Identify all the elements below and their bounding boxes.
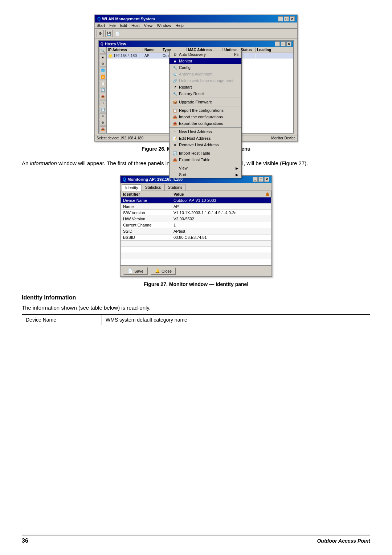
sidebar-icon-9[interactable]: 🔃 xyxy=(99,107,106,113)
popup-upgrade[interactable]: 📦 Upgrade Firmware xyxy=(170,99,241,105)
popup-edit-host[interactable]: 📝 Edit Host Address xyxy=(170,135,241,142)
close-button[interactable]: 🔔 Close xyxy=(151,267,176,275)
tab-stations[interactable]: Stations xyxy=(164,184,185,191)
popup-view-label: View xyxy=(179,166,188,170)
table-row-empty1 xyxy=(121,241,271,247)
table-row-sw: S/W Version V1.10.1X-2003-1.1.0-1.4.9-1.… xyxy=(121,210,271,216)
wlan-logo-icon: Q xyxy=(97,16,101,21)
monitor-close-button[interactable]: ✕ xyxy=(264,177,269,182)
popup-factory-reset-label: Factory Reset xyxy=(179,91,204,96)
popup-factory-reset[interactable]: 🔧 Factory Reset xyxy=(170,90,241,97)
sidebar-icon-8[interactable]: □ xyxy=(99,100,106,106)
save-label: Save xyxy=(134,269,143,273)
sidebar-icon-10[interactable]: ✕ xyxy=(99,113,106,119)
cell-ip: 🌟 192.168.4.180 xyxy=(107,53,143,58)
cell-empty1-id xyxy=(121,241,171,247)
monitor-content: Identifier Value ⊕ Device Name Outdoor A… xyxy=(121,191,271,265)
monitor-icon: ■ xyxy=(172,58,177,64)
popup-export-host-table[interactable]: 📤 Export Host Table xyxy=(170,156,241,163)
product-name: Outdoor Access Point xyxy=(317,538,370,544)
popup-new-host[interactable]: □ New Host Address xyxy=(170,128,241,135)
toolbar-icon-3[interactable]: 📄 xyxy=(114,30,121,37)
toolbar-icon-1[interactable]: ⚙ xyxy=(97,30,104,37)
sidebar-icon-7[interactable]: 📤 xyxy=(99,94,106,99)
popup-sort[interactable]: Sort ▶ xyxy=(170,171,241,178)
separator-1 xyxy=(170,98,241,98)
hosts-view-title: Hosts View xyxy=(105,42,126,46)
sidebar-icon-monitor[interactable]: ■ xyxy=(99,54,106,60)
popup-remove-host-label: Remove Host Address xyxy=(179,143,219,147)
maximize-button[interactable]: □ xyxy=(284,16,289,21)
cell-hw-id: H/W Version xyxy=(121,216,171,222)
wlan-titlebar-buttons: _ □ ✕ xyxy=(278,16,295,21)
minimize-button[interactable]: _ xyxy=(278,16,283,21)
sidebar-icon-11[interactable]: ⚙ xyxy=(99,120,106,126)
popup-restart[interactable]: ↺ Restart xyxy=(170,84,241,90)
sidebar-icon-5[interactable]: 📋 xyxy=(99,81,106,86)
popup-view[interactable]: View ▶ xyxy=(170,165,241,171)
refresh-icon[interactable]: ⊕ xyxy=(265,191,270,197)
popup-antenna: 📡 Antenna Alignment xyxy=(170,71,241,77)
cell-empty2-id xyxy=(121,247,171,253)
save-icon: 📄 xyxy=(128,269,133,273)
col-ip: IP Address xyxy=(107,48,143,52)
popup-import-config[interactable]: 📥 Import the configurations xyxy=(170,114,241,120)
toolbar-icon-2[interactable]: 💾 xyxy=(105,30,113,37)
popup-new-host-label: New Host Address xyxy=(179,130,212,134)
status-bar-right: Monitor Device xyxy=(271,136,295,140)
figure26-container: Q WLAN Management System _ □ ✕ Start Fil… xyxy=(22,15,370,142)
sidebar-icon-search[interactable]: 🔍 xyxy=(99,48,106,54)
wlan-title: WLAN Management System xyxy=(102,17,155,21)
identity-info-table: Device Name WMS system default category … xyxy=(22,314,370,325)
sidebar-icon-12[interactable]: 📥 xyxy=(99,126,106,132)
popup-edit-host-label: Edit Host Address xyxy=(179,136,211,140)
sidebar-icon-4[interactable]: 📶 xyxy=(99,74,106,80)
cell-hw-val: V2.00-5502 xyxy=(171,216,271,222)
menu-view[interactable]: View xyxy=(144,23,153,28)
hosts-maximize-button[interactable]: □ xyxy=(281,41,286,46)
upgrade-icon: 📦 xyxy=(172,99,177,105)
menu-file[interactable]: File xyxy=(109,23,116,28)
popup-remove-host[interactable]: ✕ Remove Host Address xyxy=(170,142,241,148)
popup-import-host-table[interactable]: 🔄 Import Host Table xyxy=(170,150,241,156)
sidebar-icon-6[interactable]: 🔄 xyxy=(99,87,106,93)
hosts-minimize-button[interactable]: _ xyxy=(275,41,280,46)
sidebar-icon-config[interactable]: ⚙ xyxy=(99,61,106,67)
cell-channel-val: 1 xyxy=(171,222,271,228)
popup-monitor[interactable]: ■ Monitor xyxy=(170,58,241,64)
popup-auto-discovery[interactable]: ⚙ Auto Discovery F5 xyxy=(170,51,241,58)
menu-window[interactable]: Window xyxy=(157,23,171,28)
cell-empty3-id xyxy=(121,253,171,259)
cell-device-name-id: Device Name xyxy=(121,197,171,204)
section-heading: Identity Information xyxy=(22,294,370,301)
popup-config[interactable]: 🔧 Config xyxy=(170,64,241,71)
cell-loading xyxy=(256,53,293,58)
wlan-window: Q WLAN Management System _ □ ✕ Start Fil… xyxy=(94,15,298,142)
cell-name-val: AP xyxy=(171,204,271,210)
sort-arrow-icon: ▶ xyxy=(236,173,238,177)
menu-host[interactable]: Host xyxy=(131,23,140,28)
monitor-window: Q Monitoring AP: 192.168.4.180 _ □ ✕ Ide… xyxy=(120,175,272,277)
menu-help[interactable]: Help xyxy=(175,23,184,28)
figure27-caption: Figure 27. Monitor window — Identity pan… xyxy=(22,281,370,287)
sidebar-icon-network[interactable]: 🌐 xyxy=(99,68,106,73)
save-button[interactable]: 📄 Save xyxy=(123,267,148,275)
menu-edit[interactable]: Edit xyxy=(120,23,127,28)
popup-export-config[interactable]: 📤 Export the configurations xyxy=(170,120,241,127)
tab-statistics[interactable]: Statistics xyxy=(142,184,164,191)
cell-empty4-val xyxy=(171,259,271,265)
export-host-table-icon: 📤 xyxy=(172,157,177,162)
monitor-maximize-button[interactable]: □ xyxy=(258,177,264,182)
tab-identity[interactable]: Identity xyxy=(122,184,141,191)
menu-start[interactable]: Start xyxy=(97,23,105,28)
popup-report-config[interactable]: 📋 Report the configurations xyxy=(170,107,241,114)
popup-antenna-label: Antenna Alignment xyxy=(179,72,212,76)
close-button[interactable]: ✕ xyxy=(290,16,295,21)
monitor-minimize-button[interactable]: _ xyxy=(253,177,258,182)
popup-menu: ⚙ Auto Discovery F5 ■ Monitor 🔧 Config 📡 xyxy=(169,51,242,178)
popup-restart-label: Restart xyxy=(179,85,192,89)
table-row-name: Name AP xyxy=(121,204,271,210)
close-icon: 🔔 xyxy=(155,269,160,273)
cell-ssid-val: APtest xyxy=(171,228,271,234)
hosts-close-button[interactable]: ✕ xyxy=(286,41,291,46)
